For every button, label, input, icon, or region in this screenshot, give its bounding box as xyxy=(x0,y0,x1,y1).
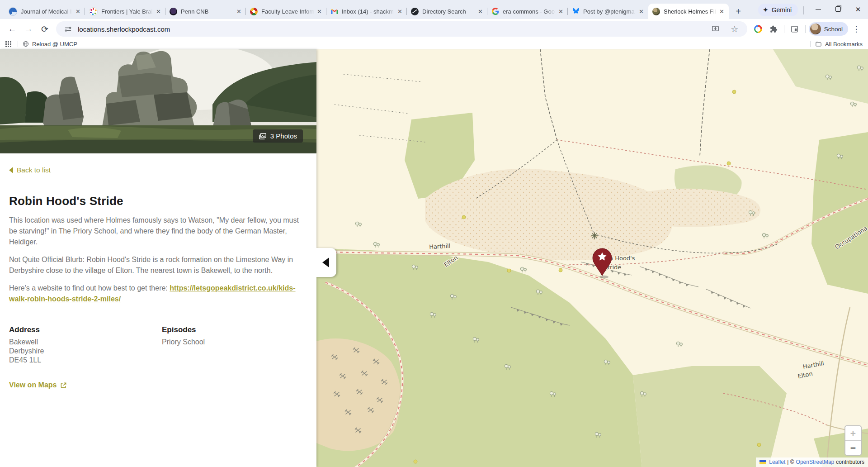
tab-close-icon[interactable]: ✕ xyxy=(476,8,484,15)
page-content: 3 Photos Back to list Robin Hood's Strid… xyxy=(0,49,868,467)
description-paragraph-1: This location was used where Holmes famo… xyxy=(9,215,307,248)
external-link-icon xyxy=(60,382,67,389)
tab-sherlock-active[interactable]: Sherlock Holmes Fil ✕ xyxy=(648,4,729,19)
toolbar-separator xyxy=(784,25,784,33)
extensions-puzzle-icon[interactable] xyxy=(766,22,781,36)
site-settings-tune-icon[interactable] xyxy=(62,24,73,34)
profile-label: School xyxy=(824,26,843,33)
episodes-heading: Episodes xyxy=(162,325,205,334)
google-favicon-icon xyxy=(491,8,499,15)
tab-journal[interactable]: Journal of Medical I ✕ xyxy=(5,4,85,19)
tab-bluesky-post[interactable]: Post by @ptenigma ✕ xyxy=(568,4,648,19)
minimize-button[interactable] xyxy=(808,1,828,17)
address-line: DE45 1LL xyxy=(9,356,162,365)
tabstrip-separator xyxy=(803,6,804,14)
map-viewpoint-icon xyxy=(591,233,598,239)
browser-toolbar: ← → ⟳ locations.sherlockpodcast.com ☆ Sc… xyxy=(0,19,868,39)
tab-frontiers[interactable]: Frontiers | Yale Brain ✕ xyxy=(85,4,165,19)
tab-close-icon[interactable]: ✕ xyxy=(316,8,323,15)
tab-close-icon[interactable]: ✕ xyxy=(155,8,162,15)
map-label-harthill-path: Harthill xyxy=(429,243,451,250)
globe-icon xyxy=(23,41,29,47)
bookmarks-separator xyxy=(810,41,811,47)
gemini-button[interactable]: ✦ Gemini xyxy=(758,4,798,16)
tab-era-commons[interactable]: era commons - Goo ✕ xyxy=(487,4,568,19)
gemini-label: Gemini xyxy=(772,6,792,14)
description-paragraph-3: Here's a website to find out how best to… xyxy=(9,283,307,305)
forward-button[interactable]: → xyxy=(21,21,36,37)
address-line: Derbyshire xyxy=(9,347,162,356)
tab-close-icon[interactable]: ✕ xyxy=(637,8,645,15)
tab-title: Journal of Medical I xyxy=(21,8,74,15)
all-bookmarks-button[interactable]: All Bookmarks xyxy=(815,41,863,48)
map-attribution: Leaflet | © OpenStreetMap contributors xyxy=(756,457,868,467)
location-title: Robin Hood's Stride xyxy=(9,194,307,208)
zoom-in-button[interactable]: + xyxy=(845,426,861,441)
tab-penn-cnb[interactable]: Penn CNB ✕ xyxy=(165,4,246,19)
minimize-icon xyxy=(816,9,821,10)
all-bookmarks-label: All Bookmarks xyxy=(825,41,863,48)
tab-close-icon[interactable]: ✕ xyxy=(557,8,565,15)
tab-gmail-inbox[interactable]: Inbox (14) - shackm ✕ xyxy=(326,4,407,19)
zoom-out-button[interactable]: − xyxy=(845,441,861,455)
map-canvas: Harthill Elton Occupationa Harthill Elto… xyxy=(316,49,868,467)
tab-title: Faculty Leave Inform xyxy=(261,8,316,15)
address-line: Bakewell xyxy=(9,338,162,347)
tab-close-icon[interactable]: ✕ xyxy=(74,8,82,15)
maximize-button[interactable] xyxy=(828,1,848,17)
faculty-leave-favicon-icon xyxy=(250,8,258,15)
bookmarks-bar: Reload @ UMCP All Bookmarks xyxy=(0,39,868,49)
browser-window: Journal of Medical I ✕ Frontiers | Yale … xyxy=(0,0,868,467)
gemini-sparkle-icon: ✦ xyxy=(763,6,769,14)
tab-close-icon[interactable]: ✕ xyxy=(396,8,404,15)
sherlock-favicon-icon xyxy=(652,8,660,15)
restore-icon xyxy=(835,6,841,12)
leaflet-link[interactable]: Leaflet xyxy=(769,459,785,465)
profile-chip[interactable]: School xyxy=(809,22,848,36)
directory-favicon-icon xyxy=(411,8,419,15)
close-window-button[interactable]: ✕ xyxy=(848,1,868,17)
view-on-maps-link[interactable]: View on Maps xyxy=(9,381,67,389)
apps-grid-icon[interactable] xyxy=(5,41,11,47)
address-block: Address Bakewell Derbyshire DE45 1LL xyxy=(9,325,162,365)
clock-icon xyxy=(754,25,762,33)
location-photo: 3 Photos xyxy=(0,49,316,153)
back-button[interactable]: ← xyxy=(5,21,20,37)
panel-collapse-button[interactable] xyxy=(316,248,336,277)
tab-title: Frontiers | Yale Brain xyxy=(101,8,155,15)
bookmark-star-icon[interactable]: ☆ xyxy=(727,22,742,36)
photos-count-button[interactable]: 3 Photos xyxy=(253,129,303,143)
address-bar[interactable]: locations.sherlockpodcast.com ☆ xyxy=(56,21,747,37)
back-to-list-label: Back to list xyxy=(17,166,51,174)
new-tab-button[interactable]: + xyxy=(732,5,745,18)
openstreetmap-link[interactable]: OpenStreetMap xyxy=(796,459,835,465)
tab-close-icon[interactable]: ✕ xyxy=(718,8,726,15)
attribution-contributors: contributors xyxy=(836,459,864,465)
tab-title: era commons - Goo xyxy=(503,8,557,15)
bluesky-favicon-icon xyxy=(572,8,580,15)
side-panel-icon[interactable] xyxy=(788,22,802,36)
history-extension-icon[interactable] xyxy=(751,22,765,36)
episodes-block: Episodes Priory School xyxy=(162,325,205,365)
episode-item: Priory School xyxy=(162,338,205,347)
attribution-divider: | © xyxy=(787,459,794,465)
website-intro-text: Here's a website to find out how best to… xyxy=(9,284,170,292)
photo-gallery-icon xyxy=(259,133,267,140)
photos-count-label: 3 Photos xyxy=(270,132,297,140)
url-text: locations.sherlockpodcast.com xyxy=(78,25,704,33)
back-to-list-link[interactable]: Back to list xyxy=(9,166,51,174)
leaflet-map[interactable]: Harthill Elton Occupationa Harthill Elto… xyxy=(316,49,868,467)
tab-directory-search[interactable]: Directory Search ✕ xyxy=(407,4,487,19)
gmail-favicon-icon xyxy=(330,8,338,15)
tab-title: Directory Search xyxy=(422,8,476,15)
ukraine-flag-icon xyxy=(760,460,766,464)
tab-faculty-leave[interactable]: Faculty Leave Inform ✕ xyxy=(246,4,326,19)
collapse-arrow-icon xyxy=(322,257,329,267)
install-app-icon[interactable] xyxy=(708,22,723,36)
bookmark-reload-umcp[interactable]: Reload @ UMCP xyxy=(23,41,77,48)
browser-menu-icon[interactable]: ⋮ xyxy=(849,22,863,36)
frontiers-favicon-icon xyxy=(89,7,98,16)
reload-button[interactable]: ⟳ xyxy=(37,21,52,37)
bookmark-label: Reload @ UMCP xyxy=(32,41,77,48)
tab-close-icon[interactable]: ✕ xyxy=(235,8,243,15)
